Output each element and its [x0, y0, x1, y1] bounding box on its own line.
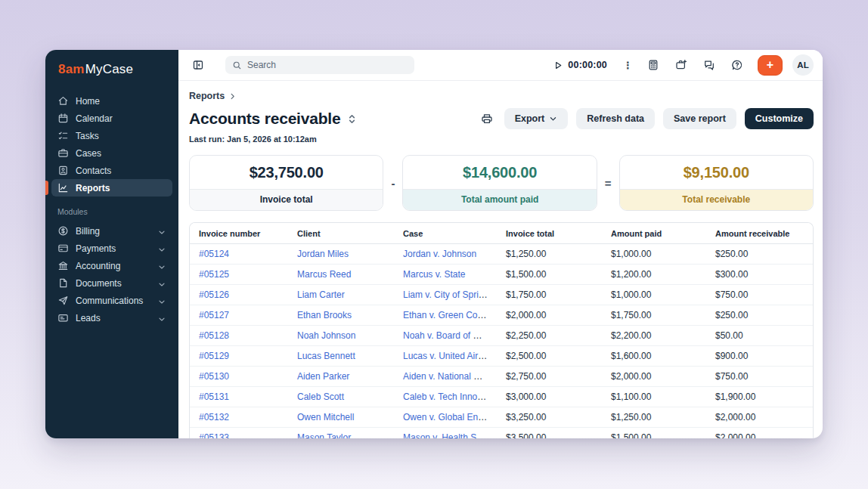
- sidebar-item-documents[interactable]: Documents: [51, 274, 172, 292]
- client-link[interactable]: Ethan Brooks: [297, 310, 352, 320]
- sidebar-item-home[interactable]: Home: [51, 92, 172, 110]
- chevron-down-icon: [157, 314, 166, 323]
- main-area: 00:00:00 ⋮ + AL Reports Accounts receiva…: [178, 50, 823, 438]
- client-link[interactable]: Caleb Scott: [297, 392, 344, 402]
- summary-value: $9,150.00: [620, 156, 813, 189]
- table-row: #05131Caleb ScottCaleb v. Tech Innovatio…: [190, 387, 813, 407]
- amount-receivable-cell: $750.00: [706, 367, 813, 387]
- export-button[interactable]: Export: [504, 108, 569, 129]
- add-button[interactable]: +: [758, 55, 783, 76]
- invoice-number-link[interactable]: #05126: [199, 289, 229, 300]
- sidebar-item-cases[interactable]: Cases: [51, 144, 172, 162]
- amount-paid-cell: $1,000.00: [602, 285, 706, 305]
- invoice-number-link[interactable]: #05129: [199, 351, 229, 361]
- table-row: #05128Noah JohnsonNoah v. Board of Educa…: [190, 326, 813, 346]
- search-box[interactable]: [225, 56, 414, 74]
- link-cell: Noah Johnson: [288, 326, 394, 346]
- case-link[interactable]: Liam v. City of Springfield: [403, 289, 497, 300]
- link-cell: #05128: [190, 326, 288, 346]
- sidebar-toggle-icon[interactable]: [189, 56, 207, 74]
- sidebar-item-label: Cases: [76, 148, 101, 159]
- summary-cards: $23,750.00Invoice total-$14,600.00Total …: [189, 155, 814, 211]
- timer-menu-icon[interactable]: ⋮: [622, 60, 634, 71]
- title-row: Accounts receivable Export Refresh data …: [189, 108, 814, 129]
- sidebar-item-calendar[interactable]: Calendar: [51, 110, 172, 127]
- amount-receivable-cell: $2,000.00: [706, 428, 813, 439]
- sidebar-item-communications[interactable]: Communications: [51, 292, 172, 309]
- client-link[interactable]: Aiden Parker: [297, 371, 349, 382]
- topbar-actions: 00:00:00 ⋮ + AL: [553, 54, 814, 76]
- link-cell: Mason v. Health Services: [394, 428, 497, 439]
- sidebar-nav: HomeCalendarTasksCasesContactsReports: [45, 92, 178, 197]
- avatar[interactable]: AL: [792, 54, 814, 76]
- help-icon[interactable]: [728, 56, 746, 74]
- search-input[interactable]: [247, 60, 408, 70]
- refresh-data-button[interactable]: Refresh data: [576, 108, 655, 129]
- amount-paid-cell: $1,600.00: [602, 346, 706, 367]
- case-link[interactable]: Lucas v. United Airlines: [403, 351, 497, 361]
- briefcase-add-icon[interactable]: [672, 56, 690, 74]
- summary-card: $9,150.00Total receivable: [619, 155, 814, 211]
- invoice-number-link[interactable]: #05131: [199, 392, 229, 402]
- link-cell: Jordan v. Johnson: [394, 244, 497, 265]
- invoice-number-link[interactable]: #05128: [199, 330, 229, 341]
- case-link[interactable]: Jordan v. Johnson: [403, 249, 476, 259]
- sidebar-item-payments[interactable]: Payments: [51, 240, 172, 257]
- sidebar-item-label: Reports: [76, 183, 110, 193]
- invoice-number-link[interactable]: #05125: [199, 269, 229, 280]
- link-cell: Ethan v. Green Corp.: [394, 305, 497, 326]
- case-link[interactable]: Owen v. Global Enterprises: [403, 412, 497, 422]
- case-link[interactable]: Ethan v. Green Corp.: [403, 310, 488, 320]
- link-cell: #05131: [190, 387, 288, 407]
- case-link[interactable]: Aiden v. National Bank: [403, 371, 494, 382]
- print-icon[interactable]: [478, 110, 496, 128]
- invoice-total-cell: $2,500.00: [497, 346, 602, 367]
- invoice-number-link[interactable]: #05127: [199, 310, 229, 320]
- sidebar-item-accounting[interactable]: Accounting: [51, 257, 172, 274]
- report-actions: Export Refresh data Save report Customiz…: [478, 108, 814, 129]
- breadcrumb: Reports: [189, 91, 814, 101]
- dollar-circle-icon: [57, 225, 69, 237]
- case-link[interactable]: Noah v. Board of Education: [403, 330, 497, 341]
- sidebar-item-reports[interactable]: Reports: [51, 179, 172, 197]
- invoice-number-link[interactable]: #05124: [199, 249, 229, 259]
- sidebar-item-leads[interactable]: Leads: [51, 309, 172, 327]
- play-icon: [553, 60, 563, 70]
- case-link[interactable]: Marcus v. State: [403, 269, 465, 280]
- invoice-total-cell: $3,250.00: [497, 407, 602, 428]
- save-report-button[interactable]: Save report: [663, 108, 736, 129]
- logo-mycase: MyCase: [85, 62, 134, 76]
- breadcrumb-reports-link[interactable]: Reports: [189, 91, 225, 101]
- amount-paid-cell: $1,000.00: [602, 244, 706, 265]
- link-cell: Lucas v. United Airlines: [394, 346, 497, 367]
- timer-widget[interactable]: 00:00:00: [553, 60, 607, 70]
- client-link[interactable]: Jordan Miles: [297, 249, 349, 259]
- chevron-down-icon: [549, 115, 557, 123]
- invoice-number-link[interactable]: #05130: [199, 371, 229, 382]
- client-link[interactable]: Marcus Reed: [297, 269, 351, 280]
- invoice-number-link[interactable]: #05133: [199, 432, 229, 438]
- sidebar-item-tasks[interactable]: Tasks: [51, 127, 172, 144]
- calculator-icon[interactable]: [644, 56, 662, 74]
- sidebar-item-contacts[interactable]: Contacts: [51, 162, 172, 179]
- client-link[interactable]: Liam Carter: [297, 289, 345, 300]
- tasks-icon: [57, 130, 69, 141]
- report-switcher-icon[interactable]: [346, 113, 358, 125]
- case-link[interactable]: Mason v. Health Services: [403, 432, 497, 438]
- invoice-number-link[interactable]: #05132: [199, 412, 229, 422]
- table-row: #05129Lucas BennettLucas v. United Airli…: [190, 346, 813, 367]
- link-cell: Marcus v. State: [394, 265, 497, 285]
- client-link[interactable]: Lucas Bennett: [297, 351, 355, 361]
- customize-button[interactable]: Customize: [745, 108, 814, 129]
- invoice-total-cell: $2,250.00: [497, 326, 602, 346]
- invoice-total-cell: $1,250.00: [497, 244, 602, 265]
- case-link[interactable]: Caleb v. Tech Innovations: [403, 392, 497, 402]
- client-link[interactable]: Owen Mitchell: [297, 412, 354, 422]
- link-cell: #05126: [190, 285, 288, 305]
- amount-receivable-cell: $2,000.00: [706, 407, 813, 428]
- messages-icon[interactable]: [700, 56, 718, 74]
- chevron-down-icon: [157, 227, 166, 236]
- client-link[interactable]: Mason Taylor: [297, 432, 351, 438]
- sidebar-item-billing[interactable]: Billing: [51, 222, 172, 240]
- client-link[interactable]: Noah Johnson: [297, 330, 355, 341]
